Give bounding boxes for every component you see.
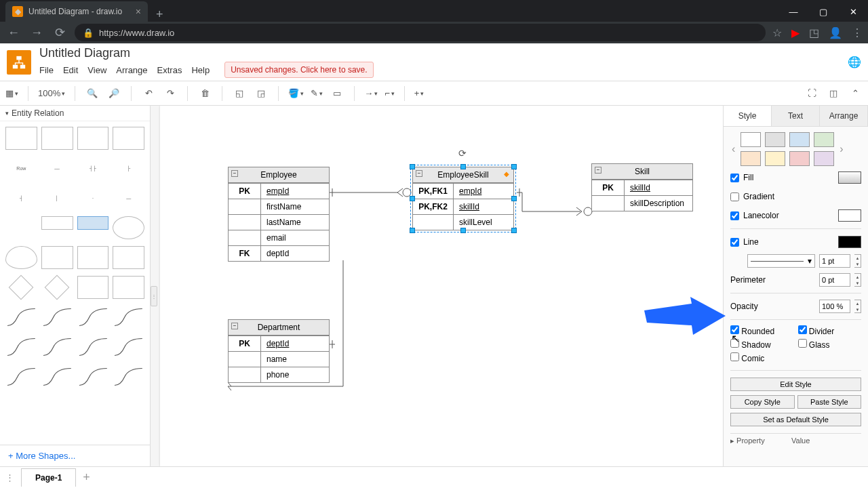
insert-button[interactable]: +▾ — [414, 88, 425, 98]
shape-table3[interactable] — [77, 127, 109, 150]
shape-row3[interactable]: ┤├ — [77, 157, 109, 180]
unsaved-warning[interactable]: Unsaved changes. Click here to save. — [224, 62, 373, 78]
lanecolor-checkbox[interactable] — [730, 211, 739, 220]
shape-row8[interactable]: — — [113, 186, 144, 209]
shape-conn11[interactable] — [77, 365, 109, 388]
close-window-button[interactable]: ✕ — [838, 1, 868, 22]
shape-conn7[interactable] — [77, 336, 109, 359]
collapse-button[interactable]: ⌃ — [848, 86, 863, 101]
shape-relation2[interactable] — [45, 275, 70, 300]
menu-help[interactable]: Help — [191, 65, 210, 75]
zoom-dropdown[interactable]: 100%▾ — [38, 88, 65, 98]
rotate-handle[interactable]: ⟳ — [458, 148, 467, 159]
line-color-button[interactable]: ✎▾ — [311, 88, 323, 98]
profile-icon[interactable]: 👤 — [829, 26, 842, 39]
undo-button[interactable]: ↶ — [141, 86, 156, 101]
reload-button[interactable]: ⟳ — [52, 25, 68, 40]
menu-icon[interactable]: ⋮ — [852, 26, 863, 39]
shape-conn8[interactable] — [113, 336, 144, 359]
menu-extras[interactable]: Extras — [157, 65, 182, 75]
shape-attribute[interactable] — [113, 216, 144, 239]
shape-row5[interactable]: ┤ — [5, 186, 37, 209]
menu-view[interactable]: View — [87, 65, 106, 75]
maximize-button[interactable]: ▢ — [808, 1, 838, 22]
swatch-green[interactable] — [814, 132, 834, 147]
menu-edit[interactable]: Edit — [63, 65, 78, 75]
fullscreen-button[interactable]: ⛶ — [804, 86, 819, 101]
zoom-in-button[interactable]: 🔍 — [85, 86, 100, 101]
to-front-button[interactable]: ◱ — [232, 86, 247, 101]
shape-conn9[interactable] — [5, 365, 37, 388]
waypoint-button[interactable]: ⌐▾ — [384, 88, 395, 98]
shape-table2[interactable] — [41, 127, 73, 150]
address-bar[interactable]: 🔒 https://www.draw.io — [75, 24, 766, 41]
shape-conn3[interactable] — [77, 306, 109, 329]
zoom-out-button[interactable]: 🔎 — [106, 86, 121, 101]
fill-color-button[interactable]: 🪣▾ — [288, 88, 304, 98]
line-weight-spinner[interactable]: ▲▼ — [854, 254, 861, 268]
default-style-button[interactable]: Set as Default Style — [730, 413, 861, 426]
prev-swatch-icon[interactable]: ‹ — [730, 143, 736, 155]
palette-header[interactable]: ▾ Entity Relation — [0, 106, 150, 121]
shape-table1[interactable] — [5, 127, 37, 150]
copy-style-button[interactable]: Copy Style — [730, 395, 795, 409]
document-title[interactable]: Untitled Diagram — [39, 46, 374, 60]
extension-icon[interactable]: ◳ — [809, 26, 819, 39]
glass-checkbox[interactable] — [798, 339, 807, 348]
shape-entity3[interactable] — [113, 246, 144, 269]
tab-arrange[interactable]: Arrange — [820, 106, 868, 126]
opacity-spinner[interactable]: ▲▼ — [854, 300, 861, 313]
perimeter-spinner[interactable]: ▲▼ — [854, 273, 861, 287]
youtube-icon[interactable]: ▶ — [791, 26, 800, 39]
back-button[interactable]: ← — [5, 26, 22, 40]
lanecolor-color[interactable] — [838, 209, 861, 222]
shape-conn12[interactable] — [113, 365, 144, 388]
opacity-input[interactable]: 100 % — [819, 300, 850, 313]
gradient-checkbox[interactable] — [730, 192, 739, 201]
fill-color[interactable] — [838, 171, 861, 184]
shape-row[interactable]: Row — [5, 157, 37, 180]
shape-conn6[interactable] — [41, 336, 73, 359]
swatch-grey[interactable] — [765, 132, 785, 147]
line-weight-input[interactable]: 1 pt — [819, 254, 850, 268]
shadow-button[interactable]: ▭ — [330, 86, 344, 101]
edit-style-button[interactable]: Edit Style — [730, 378, 861, 391]
shape-row7[interactable]: · — [77, 186, 109, 209]
tab-text[interactable]: Text — [772, 106, 820, 126]
shadow-checkbox[interactable] — [730, 339, 739, 348]
divider-checkbox[interactable] — [798, 325, 807, 334]
shape-relation1[interactable] — [9, 275, 34, 300]
swatch-yellow[interactable] — [765, 151, 785, 166]
shape-title[interactable] — [41, 216, 73, 230]
swatch-white[interactable] — [741, 132, 761, 147]
swatch-orange[interactable] — [741, 151, 761, 166]
sidebar-splitter[interactable]: ⋮ — [151, 286, 157, 306]
connection-button[interactable]: →▾ — [364, 88, 378, 98]
shape-entity2[interactable] — [77, 246, 109, 269]
tab-style[interactable]: Style — [724, 106, 772, 126]
entity-employee[interactable]: −Employee PKempId firstName lastName ema… — [228, 167, 330, 262]
close-tab-icon[interactable]: × — [136, 6, 141, 17]
paste-style-button[interactable]: Paste Style — [797, 395, 862, 409]
shape-conn4[interactable] — [113, 306, 144, 329]
language-icon[interactable]: 🌐 — [848, 56, 861, 68]
forward-button[interactable]: → — [28, 26, 45, 40]
shape-cloud[interactable] — [5, 246, 37, 269]
shape-weak[interactable] — [77, 276, 109, 299]
entity-department[interactable]: −Department PKdeptId name phone — [228, 319, 330, 383]
shape-conn1[interactable] — [5, 306, 37, 329]
menu-arrange[interactable]: Arrange — [116, 65, 147, 75]
add-page-button[interactable]: + — [83, 470, 90, 485]
swatch-purple[interactable] — [814, 151, 834, 166]
entity-employee-skill[interactable]: −EmployeeSkill◆ PK,FK1empId PK,FK2skillI… — [412, 167, 514, 230]
new-tab-button[interactable]: + — [148, 7, 172, 22]
shape-entity1[interactable] — [41, 246, 73, 269]
shape-row2[interactable]: –– — [41, 157, 73, 180]
more-shapes-button[interactable]: + More Shapes... — [0, 445, 150, 466]
redo-button[interactable]: ↷ — [163, 86, 178, 101]
star-icon[interactable]: ☆ — [772, 26, 782, 39]
shape-table4[interactable] — [113, 127, 144, 150]
page-tab[interactable]: Page-1 — [21, 468, 76, 487]
minimize-button[interactable]: — — [778, 1, 808, 22]
shape-row4[interactable]: ├ — [113, 157, 144, 180]
